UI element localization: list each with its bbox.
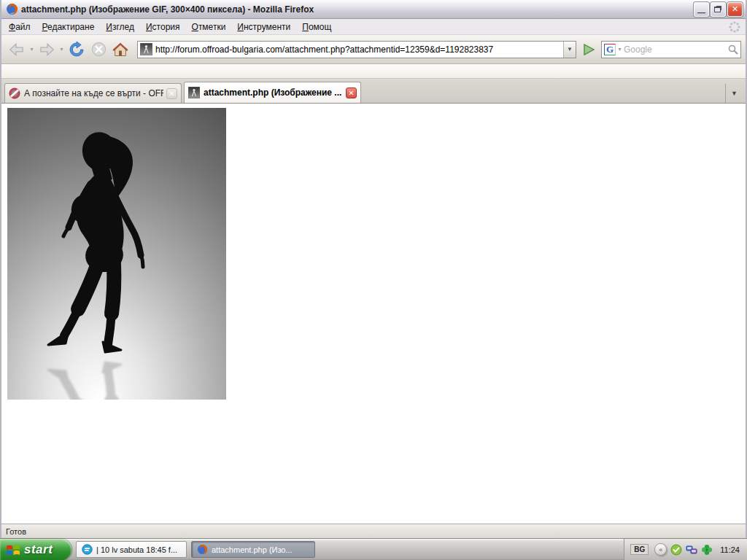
taskbar-clock[interactable]: 11:24 [720,545,740,554]
network-icon[interactable] [686,544,697,556]
menu-bookmarks[interactable]: Отметки [186,20,232,34]
firefox-icon [197,544,208,555]
home-icon [112,41,129,58]
status-bar: Готов [1,524,746,538]
menu-history[interactable]: История [140,20,186,34]
forward-button[interactable] [36,38,58,61]
go-arrow-icon [581,42,596,57]
restore-button[interactable] [711,2,726,17]
start-label: start [24,542,53,557]
bookmarks-toolbar [1,64,746,79]
back-dropdown[interactable]: ▾ [28,46,36,52]
windows-logo-icon [6,543,20,556]
tab-forum-thread[interactable]: А познайте на къде се върти - OFFR... ✕ [4,83,182,103]
tab-close-icon[interactable]: ✕ [346,88,357,98]
navigation-toolbar: ▾ ▾ [1,35,746,64]
taskbar: start | 10 lv sabuta 18:45 f... attachme… [0,538,747,560]
tab-label: attachment.php (Изображение ... [204,88,343,98]
stop-button[interactable] [89,38,108,61]
search-input[interactable] [624,44,727,55]
menu-file[interactable]: Файл [3,20,36,34]
url-bar[interactable]: ▼ [137,41,576,58]
throbber-icon [728,20,741,34]
stop-icon [90,41,107,58]
search-box[interactable]: G ▾ [601,41,741,58]
attachment-favicon [188,87,200,98]
window-title: attachment.php (Изображение GIF, 300×400… [21,4,692,15]
minimize-button[interactable]: — [694,2,709,17]
start-button[interactable]: start [0,539,71,560]
status-text: Готов [6,527,26,536]
attachment-image[interactable] [7,108,226,400]
reload-icon [68,41,85,58]
reload-button[interactable] [67,38,86,61]
tab-attachment[interactable]: attachment.php (Изображение ... ✕ [184,82,361,103]
tab-label: А познайте на къде се върти - OFFR... [24,88,163,98]
menu-tools[interactable]: Инструменти [231,20,296,34]
hide-icons-chevron[interactable]: « [654,543,667,556]
chat-app-icon [82,544,93,555]
tab-close-icon[interactable]: ✕ [166,88,177,99]
forum-favicon [9,88,20,99]
google-logo-icon[interactable]: G [604,44,616,55]
taskbar-button-label: | 10 lv sabuta 18:45 f... [96,545,181,554]
all-tabs-dropdown[interactable]: ▼ [725,84,743,103]
menu-help[interactable]: Помощ [296,20,337,34]
back-arrow-icon [7,40,26,59]
tab-strip: А познайте на къде се върти - OFFR... ✕ … [1,79,746,104]
firefox-icon [6,3,18,15]
close-button[interactable]: ✕ [727,2,743,17]
search-engine-dropdown[interactable]: ▾ [616,46,624,52]
back-button[interactable] [6,38,28,61]
taskbar-button-firefox[interactable]: attachment.php (Изо... [191,541,315,558]
home-button[interactable] [111,38,130,61]
menubar: Файл Редактиране Изглед История Отметки … [1,19,746,35]
system-tray: BG « 11:24 [624,539,747,560]
taskbar-button-chat[interactable]: | 10 lv sabuta 18:45 f... [76,541,187,558]
forward-dropdown[interactable]: ▾ [58,46,66,52]
clover-app-icon[interactable] [701,544,713,556]
menu-edit[interactable]: Редактиране [36,20,101,34]
taskbar-button-label: attachment.php (Изо... [212,545,309,554]
url-history-dropdown[interactable]: ▼ [563,42,576,58]
page-favicon [140,43,152,55]
shield-check-icon[interactable] [670,544,682,556]
desktop-screen: attachment.php (Изображение GIF, 300×400… [0,0,747,560]
menu-view[interactable]: Изглед [100,20,140,34]
page-content [1,104,746,524]
firefox-window: attachment.php (Изображение GIF, 300×400… [0,0,747,538]
search-magnifier-icon[interactable] [727,44,739,55]
url-input[interactable] [155,44,563,55]
go-button[interactable] [579,40,598,59]
forward-arrow-icon [37,40,56,59]
titlebar[interactable]: attachment.php (Изображение GIF, 300×400… [1,0,746,19]
language-indicator[interactable]: BG [630,544,649,555]
